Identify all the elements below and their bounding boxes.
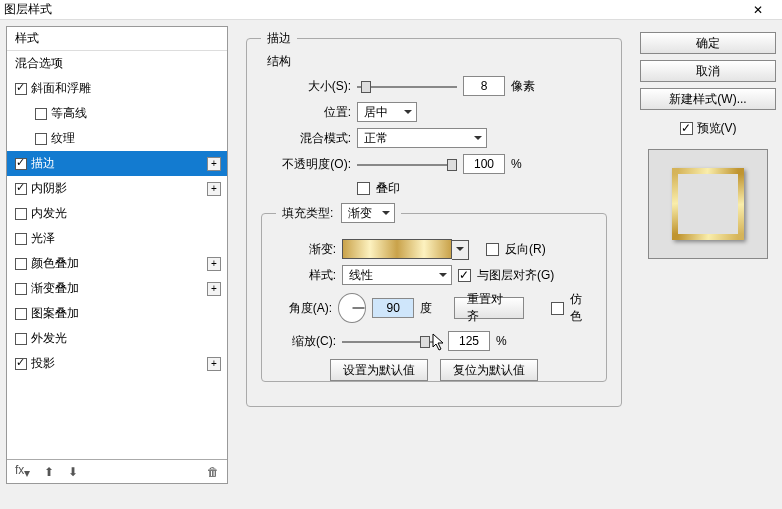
set-default-button[interactable]: 设置为默认值 xyxy=(330,359,428,381)
opacity-input[interactable] xyxy=(463,154,505,174)
style-label-color-overlay: 颜色叠加 xyxy=(31,255,79,272)
styles-header: 样式 xyxy=(7,27,227,51)
cancel-button[interactable]: 取消 xyxy=(640,60,776,82)
style-item-outer-glow[interactable]: 外发光 xyxy=(7,326,227,351)
style-checkbox-color-overlay[interactable] xyxy=(15,258,27,270)
position-label: 位置: xyxy=(261,104,351,121)
scale-slider[interactable] xyxy=(342,334,442,348)
style-checkbox-stroke[interactable] xyxy=(15,158,27,170)
opacity-slider[interactable] xyxy=(357,157,457,171)
style-label-satin: 光泽 xyxy=(31,230,55,247)
align-label: 与图层对齐(G) xyxy=(477,267,554,284)
size-input[interactable] xyxy=(463,76,505,96)
style-checkbox-grad-overlay[interactable] xyxy=(15,283,27,295)
style-item-pat-overlay[interactable]: 图案叠加 xyxy=(7,301,227,326)
style-checkbox-texture[interactable] xyxy=(35,133,47,145)
gradient-label: 渐变: xyxy=(276,241,336,258)
add-effect-grad-overlay[interactable]: + xyxy=(207,282,221,296)
style-label-stroke: 描边 xyxy=(31,155,55,172)
dither-label: 仿色 xyxy=(570,291,592,325)
trash-icon[interactable]: 🗑 xyxy=(207,465,219,479)
preview-checkbox[interactable] xyxy=(680,122,693,135)
dither-checkbox[interactable] xyxy=(551,302,563,315)
add-effect-inner-shadow[interactable]: + xyxy=(207,182,221,196)
size-label: 大小(S): xyxy=(261,78,351,95)
style-checkbox-inner-shadow[interactable] xyxy=(15,183,27,195)
action-panel: 确定 取消 新建样式(W)... 预览(V) xyxy=(640,26,776,484)
fill-fieldset: 填充类型: 渐变 渐变: 反向(R) 样式: 线性 与图层对齐(G) xyxy=(261,203,607,382)
add-effect-stroke[interactable]: + xyxy=(207,157,221,171)
align-checkbox[interactable] xyxy=(458,269,471,282)
style-checkbox-pat-overlay[interactable] xyxy=(15,308,27,320)
style-label-pat-overlay: 图案叠加 xyxy=(31,305,79,322)
ok-button[interactable]: 确定 xyxy=(640,32,776,54)
filltype-select[interactable]: 渐变 xyxy=(341,203,395,223)
style-checkbox-inner-glow[interactable] xyxy=(15,208,27,220)
styles-footer: fx▾ ⬆ ⬇ 🗑 xyxy=(7,459,227,483)
stroke-fieldset: 描边 结构 大小(S): 像素 位置: 居中 混合模式: 正常 不透明度(O): xyxy=(246,30,622,407)
style-checkbox-outer-glow[interactable] xyxy=(15,333,27,345)
style-item-texture[interactable]: 纹理 xyxy=(7,126,227,151)
style-checkbox-bevel[interactable] xyxy=(15,83,27,95)
blending-options[interactable]: 混合选项 xyxy=(7,51,227,76)
style-item-color-overlay[interactable]: 颜色叠加+ xyxy=(7,251,227,276)
styles-list: 样式 混合选项 斜面和浮雕等高线纹理描边+内阴影+内发光光泽颜色叠加+渐变叠加+… xyxy=(6,26,228,484)
scale-input[interactable] xyxy=(448,331,490,351)
up-icon[interactable]: ⬆ xyxy=(44,465,54,479)
size-slider[interactable] xyxy=(357,79,457,93)
style-item-grad-overlay[interactable]: 渐变叠加+ xyxy=(7,276,227,301)
close-icon[interactable]: ✕ xyxy=(738,3,778,17)
preview-box xyxy=(648,149,768,259)
blendmode-label: 混合模式: xyxy=(261,130,351,147)
reverse-checkbox[interactable] xyxy=(486,243,499,256)
preview-frame xyxy=(672,168,744,240)
style-label-contour: 等高线 xyxy=(51,105,87,122)
blendmode-select[interactable]: 正常 xyxy=(357,128,487,148)
style-label-inner-shadow: 内阴影 xyxy=(31,180,67,197)
style-label-outer-glow: 外发光 xyxy=(31,330,67,347)
size-unit: 像素 xyxy=(511,78,535,95)
structure-label: 结构 xyxy=(267,53,607,70)
reset-default-button[interactable]: 复位为默认值 xyxy=(440,359,538,381)
style-label-drop-shadow: 投影 xyxy=(31,355,55,372)
fx-icon[interactable]: fx▾ xyxy=(15,463,30,480)
scale-unit: % xyxy=(496,334,507,348)
stroke-legend: 描边 xyxy=(261,30,297,47)
style-item-bevel[interactable]: 斜面和浮雕 xyxy=(7,76,227,101)
angle-unit: 度 xyxy=(420,300,432,317)
style-label-bevel: 斜面和浮雕 xyxy=(31,80,91,97)
style-checkbox-satin[interactable] xyxy=(15,233,27,245)
gradstyle-label: 样式: xyxy=(276,267,336,284)
overprint-label: 叠印 xyxy=(376,180,400,197)
style-label-inner-glow: 内发光 xyxy=(31,205,67,222)
add-effect-drop-shadow[interactable]: + xyxy=(207,357,221,371)
down-icon[interactable]: ⬇ xyxy=(68,465,78,479)
style-item-satin[interactable]: 光泽 xyxy=(7,226,227,251)
reset-align-button[interactable]: 重置对齐 xyxy=(454,297,525,319)
opacity-unit: % xyxy=(511,157,522,171)
new-style-button[interactable]: 新建样式(W)... xyxy=(640,88,776,110)
gradient-picker[interactable] xyxy=(342,239,452,259)
style-item-stroke[interactable]: 描边+ xyxy=(7,151,227,176)
filltype-label: 填充类型: xyxy=(282,206,333,220)
opacity-label: 不透明度(O): xyxy=(261,156,351,173)
preview-label: 预览(V) xyxy=(697,120,737,137)
style-checkbox-drop-shadow[interactable] xyxy=(15,358,27,370)
style-item-inner-glow[interactable]: 内发光 xyxy=(7,201,227,226)
style-item-contour[interactable]: 等高线 xyxy=(7,101,227,126)
style-checkbox-contour[interactable] xyxy=(35,108,47,120)
angle-dial[interactable] xyxy=(338,293,366,323)
add-effect-color-overlay[interactable]: + xyxy=(207,257,221,271)
style-label-grad-overlay: 渐变叠加 xyxy=(31,280,79,297)
window-title: 图层样式 xyxy=(4,1,52,18)
scale-label: 缩放(C): xyxy=(276,333,336,350)
angle-label: 角度(A): xyxy=(276,300,332,317)
position-select[interactable]: 居中 xyxy=(357,102,417,122)
gradstyle-select[interactable]: 线性 xyxy=(342,265,452,285)
style-label-texture: 纹理 xyxy=(51,130,75,147)
angle-input[interactable] xyxy=(372,298,414,318)
overprint-checkbox[interactable] xyxy=(357,182,370,195)
style-item-inner-shadow[interactable]: 内阴影+ xyxy=(7,176,227,201)
style-item-drop-shadow[interactable]: 投影+ xyxy=(7,351,227,376)
settings-panel: 描边 结构 大小(S): 像素 位置: 居中 混合模式: 正常 不透明度(O): xyxy=(236,26,632,484)
